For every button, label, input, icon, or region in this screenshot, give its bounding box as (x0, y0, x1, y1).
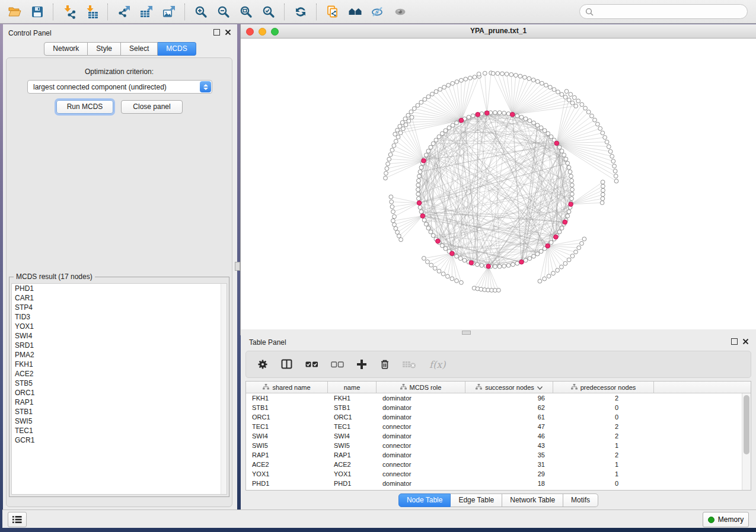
tab-select[interactable]: Select (121, 42, 158, 56)
column-header-MCDS-role[interactable]: MCDS role (377, 382, 465, 393)
run-mcds-button[interactable]: Run MCDS (56, 100, 113, 114)
table-row[interactable]: SWI4SWI4dominator462 (246, 431, 751, 441)
mcds-result-item[interactable]: ACE2 (12, 369, 227, 379)
table-cell: STB1 (246, 403, 328, 412)
network-graph[interactable] (241, 39, 756, 329)
network-overview-icon[interactable] (344, 2, 366, 22)
mcds-result-item[interactable]: SWI5 (12, 416, 227, 426)
add-column-icon[interactable] (356, 359, 367, 370)
table-scrollbar-thumb[interactable] (744, 395, 749, 454)
hide-graphics-details-icon[interactable] (366, 2, 389, 22)
tab-motifs[interactable]: Motifs (563, 493, 598, 507)
tab-node-table[interactable]: Node Table (398, 493, 451, 507)
import-table-icon[interactable] (81, 2, 103, 22)
table-cell: 0 (553, 412, 654, 422)
table-row[interactable]: FKH1FKH1dominator962 (246, 393, 751, 403)
close-panel-button[interactable]: Close panel (121, 100, 183, 114)
node-table[interactable]: shared namenameMCDS rolesuccessor nodesp… (245, 381, 751, 491)
mcds-result-item[interactable]: RAP1 (12, 398, 227, 407)
save-session-icon[interactable] (26, 2, 49, 22)
mcds-result-list[interactable]: PHD1CAR1STP4TID3YOX1SWI4SRD1PMA2FKH1ACE2… (11, 283, 227, 495)
export-image-icon[interactable] (158, 2, 180, 22)
mcds-result-item[interactable]: SRD1 (12, 341, 227, 350)
function-builder-icon[interactable]: f(x) (429, 359, 445, 370)
select-all-icon[interactable] (305, 361, 318, 368)
column-header-name[interactable]: name (328, 382, 377, 393)
table-row[interactable]: SWI5SWI5connector431 (246, 441, 751, 450)
table-cell: 18 (465, 479, 553, 488)
mcds-result-item[interactable]: GCR1 (12, 435, 227, 445)
mcds-result-item[interactable]: PMA2 (12, 350, 227, 360)
mcds-result-item[interactable]: ORC1 (12, 388, 227, 398)
open-file-icon[interactable] (4, 2, 26, 22)
deselect-all-icon[interactable] (331, 361, 344, 368)
mcds-result-item[interactable]: TID3 (12, 312, 227, 322)
mcds-result-item[interactable]: TEC1 (12, 426, 227, 435)
mcds-list-scrollbar[interactable] (221, 284, 227, 494)
zoom-in-icon[interactable] (190, 2, 212, 22)
memory-button[interactable]: Memory (703, 512, 749, 527)
close-panel-icon[interactable] (742, 338, 749, 345)
mcds-result-item[interactable]: CAR1 (12, 293, 227, 303)
table-scrollbar[interactable] (742, 393, 751, 490)
mcds-result-item[interactable]: YOX1 (12, 322, 227, 331)
table-cell: dominator (377, 403, 465, 412)
table-cell: ACE2 (246, 460, 328, 469)
column-header-predecessor-nodes[interactable]: predecessor nodes (553, 382, 654, 393)
refresh-view-icon[interactable] (289, 2, 312, 22)
column-header-successor-nodes[interactable]: successor nodes (465, 382, 553, 393)
mcds-result-item[interactable]: SWI4 (12, 331, 227, 341)
vertical-splitter-handle[interactable] (235, 262, 240, 271)
vertical-splitter[interactable] (240, 24, 241, 335)
import-network-icon[interactable] (58, 2, 81, 22)
column-header-shared-name[interactable]: shared name (246, 382, 328, 393)
tab-network[interactable]: Network (44, 42, 88, 56)
mcds-result-item[interactable]: FKH1 (12, 360, 227, 369)
mcds-result-item[interactable]: STB5 (12, 379, 227, 388)
criterion-dropdown[interactable]: largest connected component (undirected) (27, 80, 212, 94)
network-window-titlebar[interactable]: YPA_prune.txt_1 (241, 24, 756, 39)
zoom-out-icon[interactable] (212, 2, 235, 22)
table-row[interactable]: STB1STB1dominator620 (246, 403, 751, 412)
table-cell: 62 (465, 403, 553, 412)
panel-list-button[interactable] (8, 512, 27, 527)
tab-network-table[interactable]: Network Table (502, 493, 563, 507)
tab-edge-table[interactable]: Edge Table (451, 493, 502, 507)
network-canvas[interactable] (241, 39, 756, 329)
tab-style[interactable]: Style (88, 42, 121, 56)
sort-descending-icon (537, 384, 543, 391)
zoom-fit-icon[interactable] (235, 2, 257, 22)
table-cell: FKH1 (328, 393, 377, 403)
close-panel-icon[interactable] (225, 29, 231, 36)
show-graphics-details-icon[interactable] (389, 2, 412, 22)
table-cell: 31 (465, 460, 553, 469)
list-icon (12, 515, 22, 524)
split-pane-icon[interactable] (281, 359, 293, 370)
zoom-selected-icon[interactable] (257, 2, 280, 22)
mcds-result-item[interactable]: PHD1 (12, 284, 227, 293)
search-input[interactable] (597, 7, 736, 17)
gear-icon[interactable] (257, 358, 269, 370)
float-window-icon[interactable] (213, 29, 220, 36)
toolbar-separator (107, 4, 109, 20)
copy-share-network-icon[interactable] (321, 2, 344, 22)
horizontal-splitter-handle[interactable] (462, 331, 471, 335)
horizontal-splitter[interactable] (241, 329, 756, 335)
export-network-icon[interactable] (113, 2, 135, 22)
mcds-result-item[interactable]: STB1 (12, 407, 227, 416)
table-row[interactable]: TEC1TEC1connector472 (246, 422, 751, 431)
tab-mcds[interactable]: MCDS (158, 42, 196, 56)
table-row[interactable]: YOX1YOX1connector291 (246, 469, 751, 479)
export-table-icon[interactable] (135, 2, 158, 22)
delete-column-icon[interactable] (379, 359, 390, 370)
table-row[interactable]: ORC1ORC1dominator610 (246, 412, 751, 422)
table-cell: RAP1 (246, 450, 328, 460)
search-box[interactable] (579, 4, 748, 19)
table-row[interactable]: RAP1RAP1dominator352 (246, 450, 751, 460)
float-window-icon[interactable] (731, 338, 738, 345)
table-row[interactable]: ACE2ACE2connector311 (246, 460, 751, 469)
mcds-result-item[interactable]: STP4 (12, 303, 227, 312)
delete-table-icon[interactable] (403, 360, 417, 369)
table-row[interactable]: PHD1PHD1dominator180 (246, 479, 751, 488)
toolbar-separator (316, 4, 317, 20)
